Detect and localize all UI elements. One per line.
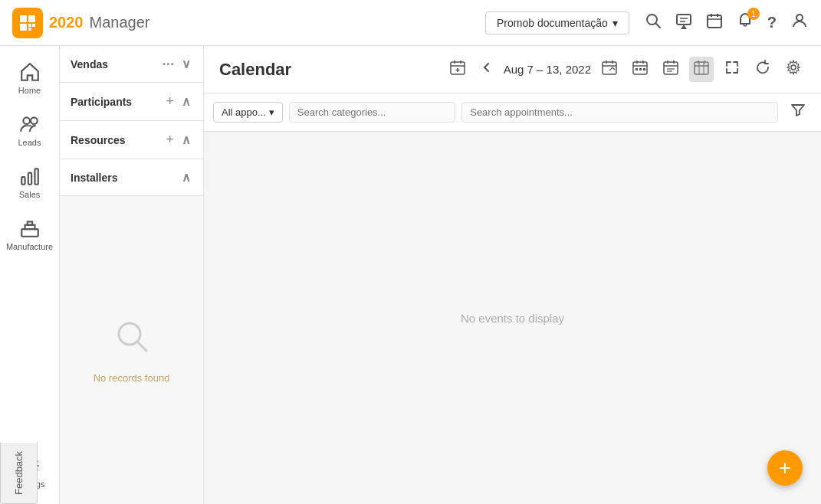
sidebar-item-sales[interactable]: Sales	[5, 158, 55, 207]
help-nav-icon[interactable]: ?	[767, 14, 777, 31]
no-records-text: No records found	[94, 372, 170, 384]
installers-title: Installers	[71, 172, 176, 184]
sidebar-item-manufacture[interactable]: Manufacture	[5, 210, 55, 259]
sidebar-home-label: Home	[18, 86, 41, 95]
top-nav: 2020 Manager Promob documentação ▾ 1 ?	[0, 0, 821, 46]
app-logo-icon	[12, 8, 43, 38]
search-appointments-wrapper	[461, 102, 778, 123]
sidebar-leads-label: Leads	[18, 138, 41, 147]
svg-rect-48	[664, 62, 678, 74]
calendar-expand-icon[interactable]	[720, 57, 744, 82]
calendar-date-picker-icon[interactable]	[597, 57, 622, 82]
main-content: Calendar Aug 7 – 13, 2022	[204, 46, 821, 504]
resources-add-icon[interactable]: +	[164, 130, 176, 149]
search-categories-input[interactable]	[297, 106, 447, 118]
svg-line-30	[138, 342, 146, 351]
svg-rect-27	[27, 221, 31, 224]
panel-area: Vendas ⋯ ∨ Participants + ∧ Resources + …	[60, 46, 821, 504]
svg-rect-4	[28, 24, 31, 27]
svg-rect-46	[639, 68, 642, 70]
chat-nav-icon[interactable]	[675, 12, 692, 33]
calendar-body: No events to display	[204, 132, 821, 504]
installers-toggle-icon[interactable]: ∧	[180, 169, 192, 186]
installers-section-header: Installers ∧	[60, 159, 203, 195]
svg-point-19	[23, 117, 30, 124]
workspace-label: Promob documentação	[497, 17, 608, 29]
notification-badge: 1	[747, 8, 760, 20]
resources-section-header: Resources + ∧	[60, 121, 203, 159]
nav-icons: 1 ?	[645, 11, 809, 34]
svg-point-20	[31, 117, 38, 124]
svg-point-29	[119, 323, 140, 345]
svg-point-60	[791, 65, 796, 70]
sidebar-sales-label: Sales	[19, 190, 41, 199]
participants-add-icon[interactable]: +	[164, 92, 176, 111]
calendar-nav-icon[interactable]	[706, 12, 723, 33]
no-records-panel: No records found	[60, 196, 203, 504]
svg-point-18	[796, 15, 803, 21]
svg-rect-24	[34, 169, 38, 184]
filter-funnel-icon[interactable]	[784, 100, 812, 125]
vendas-title: Vendas	[71, 58, 156, 70]
notification-nav-icon[interactable]: 1	[737, 12, 754, 33]
workspace-selector[interactable]: Promob documentação ▾	[485, 11, 629, 34]
sidebar-item-home[interactable]: Home	[5, 54, 55, 103]
vendas-section: Vendas ⋯ ∨	[60, 46, 203, 83]
search-categories-wrapper	[289, 102, 455, 123]
svg-rect-23	[28, 173, 31, 185]
workspace-chevron-icon: ▾	[612, 17, 618, 29]
no-records-search-icon	[113, 317, 151, 363]
vendas-toggle-icon[interactable]: ∨	[180, 55, 192, 73]
page-title: Calendar	[219, 60, 436, 80]
calendar-prev-icon[interactable]	[476, 58, 498, 80]
svg-rect-54	[695, 62, 708, 74]
app-name: 2020	[49, 14, 84, 31]
svg-rect-22	[21, 177, 25, 185]
user-profile-icon[interactable]	[790, 11, 809, 34]
calendar-header: Calendar Aug 7 – 13, 2022	[204, 46, 821, 93]
appointment-filter-label: All appo...	[222, 106, 266, 118]
filter-dropdown-icon: ▾	[269, 106, 274, 118]
participants-toggle-icon[interactable]: ∧	[180, 93, 192, 110]
svg-rect-1	[20, 15, 27, 22]
svg-rect-6	[28, 28, 31, 31]
resources-section: Resources + ∧	[60, 121, 203, 159]
svg-rect-25	[21, 229, 38, 237]
participants-section: Participants + ∧	[60, 83, 203, 121]
main-layout: Home Leads Sales Manufacture Settings Ve…	[0, 46, 821, 504]
no-events-text: No events to display	[461, 312, 564, 325]
search-nav-icon[interactable]	[645, 12, 662, 33]
svg-rect-5	[32, 24, 35, 27]
svg-rect-45	[635, 68, 638, 70]
date-range-label: Aug 7 – 13, 2022	[504, 63, 591, 76]
calendar-refresh-icon[interactable]	[750, 57, 775, 82]
add-fab-button[interactable]: +	[767, 450, 803, 486]
calendar-day-view-icon[interactable]	[658, 57, 683, 82]
svg-rect-47	[643, 68, 645, 70]
participants-title: Participants	[71, 96, 159, 108]
calendar-toolbar: All appo... ▾	[204, 93, 821, 132]
appointment-filter-btn[interactable]: All appo... ▾	[213, 102, 283, 123]
logo-area: 2020 Manager	[12, 8, 149, 38]
sidebar-item-leads[interactable]: Leads	[5, 106, 55, 155]
calendar-week-view-icon[interactable]	[689, 57, 714, 82]
installers-section: Installers ∧	[60, 159, 203, 196]
participants-section-header: Participants + ∧	[60, 83, 203, 120]
calendar-month-view-icon[interactable]	[628, 57, 652, 82]
vendas-section-header: Vendas ⋯ ∨	[60, 46, 203, 82]
svg-line-8	[655, 24, 660, 28]
calendar-settings-icon[interactable]	[781, 57, 806, 82]
left-sidebar: Home Leads Sales Manufacture Settings	[0, 46, 60, 504]
resources-toggle-icon[interactable]: ∧	[180, 131, 192, 149]
vendas-more-icon[interactable]: ⋯	[160, 55, 176, 73]
calendar-controls: Aug 7 – 13, 2022	[445, 57, 806, 82]
svg-rect-2	[28, 15, 35, 22]
search-appointments-input[interactable]	[470, 106, 770, 118]
app-subtitle: Manager	[90, 14, 150, 31]
calendar-add-icon[interactable]	[445, 57, 470, 82]
svg-rect-9	[677, 15, 691, 25]
resources-title: Resources	[71, 134, 159, 146]
sidebar-manufacture-label: Manufacture	[6, 242, 53, 251]
svg-rect-37	[603, 62, 616, 74]
svg-rect-12	[708, 15, 721, 28]
